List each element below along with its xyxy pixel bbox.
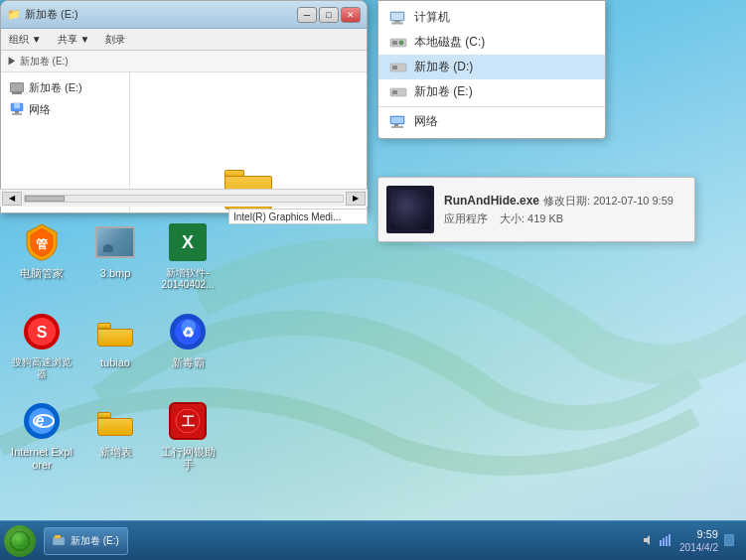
svg-text:♻: ♻ — [182, 325, 195, 341]
desktop-icon-tubiao[interactable]: tubiao — [79, 306, 151, 373]
tree-item-network[interactable]: 网络 — [1, 98, 129, 120]
drive-c-icon — [388, 35, 408, 51]
minimize-button[interactable]: ─ — [297, 7, 317, 23]
xinzengbiao-label: 新增表 — [99, 446, 132, 459]
network-dropdown-icon — [388, 114, 408, 130]
svg-rect-16 — [391, 117, 403, 123]
notification-area: 9:59 2014/4/2 — [642, 527, 742, 554]
desktop-icon-sogou[interactable]: S 搜狗高速浏览器 — [6, 306, 77, 384]
scroll-right[interactable]: ▶ — [346, 192, 366, 206]
svg-text:工: 工 — [182, 414, 195, 429]
taskbar: 新加卷 (E:) 9:59 2014/4/2 — [0, 520, 746, 560]
file-dropdown: 计算机 本地磁盘 (C:) 新加卷 (D:) 新加卷 (E:) 网络 — [377, 0, 606, 139]
computer-icon — [388, 10, 408, 26]
file-preview: RunAndHide.exe 修改日期: 2012-07-10 9:59 应用程… — [377, 177, 695, 242]
breadcrumb: ▶ 新加卷 (E:) — [1, 51, 367, 72]
tree-item-drive-e[interactable]: 新加卷 (E:) — [1, 76, 129, 98]
newsoft-label: 新增软件-20140402... — [162, 267, 215, 291]
breadcrumb-text: ▶ 新加卷 (E:) — [7, 55, 69, 69]
svg-rect-41 — [669, 534, 671, 546]
diannaoguan-icon-img: 管 — [20, 220, 64, 264]
svg-rect-9 — [392, 41, 397, 45]
show-desktop-icon[interactable] — [724, 534, 734, 546]
svg-rect-39 — [663, 538, 665, 546]
svg-rect-1 — [14, 103, 20, 108]
preview-thumb-inner — [390, 190, 430, 229]
scroll-left[interactable]: ◀ — [2, 192, 22, 206]
explorer-titlebar: 📁 新加卷 (E:) ─ □ ✕ — [1, 1, 367, 29]
volume-icon — [642, 534, 654, 546]
xinzengbiao-icon-img — [93, 399, 137, 443]
xinduba-icon-img: ♻ — [166, 310, 210, 353]
network-icon — [9, 101, 25, 117]
dropdown-item-network[interactable]: 网络 — [378, 109, 605, 134]
explorer-window-title: 新加卷 (E:) — [25, 7, 297, 22]
svg-rect-36 — [55, 535, 61, 538]
scrollbar-thumb[interactable] — [25, 196, 65, 202]
sogou-label: 搜狗高速浏览器 — [10, 356, 74, 380]
dropdown-item-drive-c[interactable]: 本地磁盘 (C:) — [378, 30, 605, 55]
icbc-label: 工行网银助手 — [156, 446, 220, 472]
icbc-icon-img: 工 — [166, 399, 210, 443]
svg-rect-40 — [666, 536, 668, 546]
svg-rect-7 — [391, 22, 403, 24]
svg-marker-37 — [644, 535, 650, 545]
desktop-icon-newsoft[interactable]: X 新增软件-20140402... — [152, 216, 224, 295]
drive-icon — [9, 79, 25, 95]
clock-date: 2014/4/2 — [679, 541, 718, 554]
close-button[interactable]: ✕ — [341, 7, 361, 23]
photo-icon-img — [93, 220, 137, 264]
scrollbar-track[interactable] — [24, 195, 344, 203]
svg-text:e: e — [36, 412, 45, 429]
svg-rect-38 — [660, 540, 662, 546]
svg-rect-12 — [392, 66, 397, 70]
desktop-icon-xinzengbiao[interactable]: 新增表 — [79, 395, 151, 463]
xinduba-label: 新毒霸 — [172, 356, 205, 369]
dropdown-item-drive-d[interactable]: 新加卷 (D:) — [378, 55, 605, 79]
ie-label: Internet Explorer — [10, 446, 74, 472]
sogou-icon-img: S — [20, 310, 64, 353]
share-button[interactable]: 共享 ▼ — [54, 32, 94, 48]
preview-info: RunAndHide.exe 修改日期: 2012-07-10 9:59 应用程… — [444, 194, 686, 226]
burn-button[interactable]: 刻录 — [101, 32, 129, 48]
ie-icon-img: e — [20, 399, 64, 443]
photo-label: 3.bmp — [100, 267, 131, 280]
taskbar-explorer-label: 新加卷 (E:) — [71, 534, 119, 548]
explorer-toolbar: 组织 ▼ 共享 ▼ 刻录 — [1, 29, 367, 51]
preview-modified: 修改日期: 2012-07-10 9:59 — [543, 194, 673, 209]
dropdown-item-computer[interactable]: 计算机 — [378, 5, 605, 30]
svg-text:S: S — [37, 324, 48, 341]
network-status-icon — [660, 534, 673, 546]
start-button[interactable] — [4, 525, 36, 557]
svg-rect-3 — [12, 113, 22, 115]
svg-point-10 — [399, 41, 403, 45]
tubiao-label: tubiao — [100, 356, 130, 369]
scrollbar[interactable]: ◀ ▶ — [0, 189, 368, 207]
desktop-icon-ie[interactable]: e Internet Explorer — [6, 395, 77, 476]
svg-rect-6 — [394, 21, 400, 23]
diannaoguan-label: 电脑管家 — [20, 267, 64, 280]
svg-rect-14 — [392, 90, 397, 94]
explorer-window: 📁 新加卷 (E:) ─ □ ✕ 组织 ▼ 共享 ▼ 刻录 ▶ 新加卷 (E:)… — [0, 0, 368, 213]
taskbar-explorer[interactable]: 新加卷 (E:) — [44, 527, 128, 555]
clock-time: 9:59 — [679, 527, 718, 541]
desktop-icon-diannaoguan[interactable]: 管 电脑管家 — [6, 216, 77, 284]
desktop-icon-photo[interactable]: 3.bmp — [79, 216, 151, 284]
desktop-icon-xinduba[interactable]: ♻ 新毒霸 — [152, 306, 224, 373]
svg-rect-5 — [391, 13, 403, 20]
svg-rect-42 — [724, 534, 734, 546]
desktop-icon-icbc[interactable]: 工 工行网银助手 — [152, 395, 224, 476]
preview-thumbnail — [386, 186, 434, 233]
dropdown-item-drive-e[interactable]: 新加卷 (E:) — [378, 79, 605, 104]
preview-size: 大小: 419 KB — [500, 211, 563, 226]
organize-button[interactable]: 组织 ▼ — [5, 32, 46, 48]
tubiao-icon-img — [93, 310, 137, 353]
svg-rect-17 — [394, 124, 398, 126]
taskbar-items: 新加卷 (E:) — [44, 527, 128, 555]
preview-filename: RunAndHide.exe — [444, 194, 539, 208]
window-controls: ─ □ ✕ — [297, 7, 361, 23]
svg-text:管: 管 — [36, 237, 48, 251]
drive-e-icon — [388, 84, 408, 100]
maximize-button[interactable]: □ — [319, 7, 339, 23]
svg-rect-2 — [15, 111, 19, 113]
